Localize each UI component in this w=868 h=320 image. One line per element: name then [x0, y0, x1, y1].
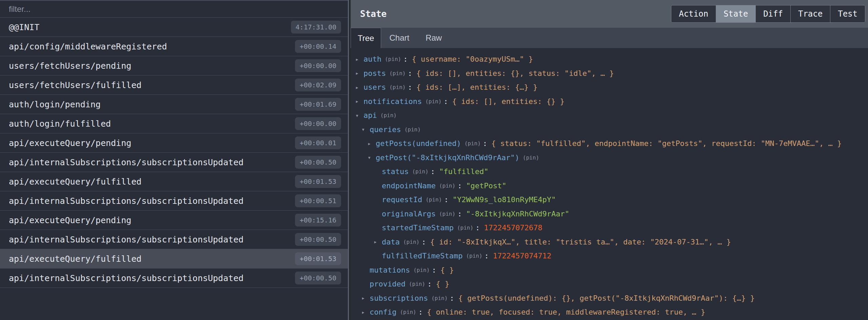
filter-input[interactable] — [9, 4, 331, 14]
tree-row-notifications[interactable]: ▸notifications(pin):{ ids: [], entities:… — [355, 94, 868, 109]
tree-row-api[interactable]: ▾api(pin) — [355, 108, 868, 123]
pin-link[interactable]: (pin) — [457, 225, 473, 231]
pin-link[interactable]: (pin) — [380, 112, 397, 119]
action-row-13-api-internalsubscriptions-subscriptionsu[interactable]: api/internalSubscriptions/subscriptionsU… — [0, 269, 348, 288]
chevron-down-icon[interactable]: ▾ — [361, 126, 370, 133]
subtab-raw[interactable]: Raw — [417, 28, 450, 48]
tree-row-users[interactable]: ▸users(pin):{ ids: […], entities: {…} } — [355, 80, 868, 94]
action-row-12-api-executequery-fulfilled[interactable]: api/executeQuery/fulfilled+00:01.53 — [0, 249, 348, 269]
pin-link[interactable]: (pin) — [466, 253, 482, 259]
tree-key[interactable]: config — [370, 308, 396, 316]
tree-row-provided: provided(pin):{ } — [355, 277, 868, 291]
action-row-1-api-config-middlewareregistered[interactable]: api/config/middlewareRegistered+00:00.14 — [0, 37, 348, 56]
pin-link[interactable]: (pin) — [439, 183, 455, 189]
action-row-11-api-internalsubscriptions-subscriptionsu[interactable]: api/internalSubscriptions/subscriptionsU… — [0, 230, 348, 249]
key-value-separator: : — [444, 195, 448, 204]
pin-link[interactable]: (pin) — [400, 309, 416, 315]
pin-link[interactable]: (pin) — [412, 168, 428, 175]
pin-link[interactable]: (pin) — [439, 211, 455, 217]
tab-trace[interactable]: Trace — [790, 5, 830, 22]
tree-key: endpointName — [382, 182, 436, 190]
subtab-tree[interactable]: Tree — [351, 28, 381, 48]
tree-key[interactable]: notifications — [363, 97, 422, 106]
pin-link[interactable]: (pin) — [426, 196, 442, 203]
action-row-9-api-internalsubscriptions-subscriptionsu[interactable]: api/internalSubscriptions/subscriptionsU… — [0, 191, 348, 211]
action-timestamp-badge: +00:00.50 — [295, 233, 341, 246]
tree-value-preview: { id: "-8xItkjkqX…", title: "tristis ta…… — [430, 238, 731, 246]
chevron-right-icon[interactable]: ▸ — [355, 56, 363, 63]
chevron-right-icon[interactable]: ▸ — [361, 309, 370, 316]
tree-row-getposts-undefined[interactable]: ▸getPosts(undefined)(pin):{ status: "ful… — [355, 136, 868, 151]
pin-link[interactable]: (pin) — [409, 281, 425, 287]
chevron-right-icon[interactable]: ▸ — [368, 140, 376, 147]
pin-link[interactable]: (pin) — [405, 126, 421, 133]
action-label: users/fetchUsers/pending — [9, 61, 131, 71]
tree-value-preview: { ids: [], entities: {}, status: "idle",… — [416, 69, 614, 78]
panel-resizer[interactable] — [348, 0, 351, 320]
action-row-5-auth-login-fulfilled[interactable]: auth/login/fulfilled+00:00.00 — [0, 114, 348, 133]
action-row-4-auth-login-pending[interactable]: auth/login/pending+00:01.69 — [0, 95, 348, 114]
action-row-7-api-internalsubscriptions-subscriptionsu[interactable]: api/internalSubscriptions/subscriptionsU… — [0, 153, 348, 172]
tree-row-data[interactable]: ▸data(pin):{ id: "-8xItkjkqX…", title: "… — [355, 235, 868, 249]
action-timestamp-badge: +00:00.50 — [295, 272, 341, 284]
pin-link[interactable]: (pin) — [403, 239, 419, 245]
action-timestamp-badge: +00:00.00 — [295, 117, 341, 130]
key-value-separator: : — [418, 308, 423, 316]
tree-key[interactable]: queries — [370, 125, 401, 134]
key-value-separator: : — [408, 69, 412, 78]
tree-value-string: "getPost" — [466, 182, 506, 190]
tree-key[interactable]: getPost("-8xItkjkqXnRhCWd9rAar") — [376, 153, 519, 162]
chevron-right-icon[interactable]: ▸ — [355, 70, 363, 77]
action-row-3-users-fetchusers-fulfilled[interactable]: users/fetchUsers/fulfilled+00:02.09 — [0, 76, 348, 95]
tree-value-preview: { } — [436, 280, 449, 288]
pin-link[interactable]: (pin) — [425, 98, 441, 105]
tree-row-queries[interactable]: ▾queries(pin) — [355, 123, 868, 137]
pin-link[interactable]: (pin) — [413, 267, 430, 273]
pin-link[interactable]: (pin) — [431, 295, 448, 301]
tree-key[interactable]: posts — [363, 69, 386, 78]
tree-key: mutations — [370, 266, 410, 274]
tree-key[interactable]: subscriptions — [370, 294, 428, 302]
tree-row-auth[interactable]: ▸auth(pin):{ username: "0oazymyUSm…" } — [355, 52, 868, 66]
chevron-right-icon[interactable]: ▸ — [355, 98, 363, 105]
tree-key[interactable]: data — [382, 238, 400, 246]
tab-test[interactable]: Test — [830, 5, 865, 22]
action-timestamp-badge: +00:15.16 — [295, 214, 341, 227]
tree-key: startedTimeStamp — [382, 223, 454, 232]
tab-diff[interactable]: Diff — [755, 5, 790, 22]
tree-key[interactable]: api — [363, 111, 377, 120]
tree-row-posts[interactable]: ▸posts(pin):{ ids: [], entities: {}, sta… — [355, 66, 868, 81]
tree-key[interactable]: auth — [363, 55, 381, 63]
chevron-down-icon[interactable]: ▾ — [355, 112, 363, 119]
action-row-8-api-executequery-fulfilled[interactable]: api/executeQuery/fulfilled+00:01.53 — [0, 172, 348, 191]
action-label: api/config/middlewareRegistered — [9, 42, 167, 51]
tree-row-getpost-8xitkjkqxnrhcwd9raar[interactable]: ▾getPost("-8xItkjkqXnRhCWd9rAar")(pin) — [355, 151, 868, 165]
pin-link[interactable]: (pin) — [385, 56, 401, 62]
action-label: api/internalSubscriptions/subscriptionsU… — [9, 235, 243, 244]
tree-key: provided — [370, 280, 406, 288]
tree-row-subscriptions[interactable]: ▸subscriptions(pin):{ getPosts(undefined… — [355, 291, 868, 305]
pin-link[interactable]: (pin) — [389, 70, 406, 77]
tree-key[interactable]: getPosts(undefined) — [376, 139, 461, 148]
pin-link[interactable]: (pin) — [389, 84, 406, 90]
chevron-right-icon[interactable]: ▸ — [374, 238, 382, 245]
action-label: api/executeQuery/pending — [9, 215, 131, 225]
action-row-10-api-executequery-pending[interactable]: api/executeQuery/pending+00:15.16 — [0, 211, 348, 230]
action-row-6-api-executequery-pending[interactable]: api/executeQuery/pending+00:00.01 — [0, 133, 348, 153]
tree-key[interactable]: users — [363, 83, 386, 91]
chevron-down-icon[interactable]: ▾ — [368, 154, 376, 161]
action-row-0-init[interactable]: @@INIT4:17:31.00 — [0, 18, 348, 37]
pin-link[interactable]: (pin) — [465, 140, 481, 147]
subtab-chart[interactable]: Chart — [381, 28, 417, 48]
key-value-separator: : — [475, 223, 480, 232]
action-row-2-users-fetchusers-pending[interactable]: users/fetchUsers/pending+00:00.00 — [0, 56, 348, 76]
key-value-separator: : — [408, 83, 412, 91]
tree-key: fulfilledTimeStamp — [382, 252, 462, 260]
action-timestamp-badge: +00:00.51 — [295, 194, 341, 207]
tab-state[interactable]: State — [716, 5, 755, 22]
pin-link[interactable]: (pin) — [523, 154, 539, 161]
chevron-right-icon[interactable]: ▸ — [355, 84, 363, 91]
chevron-right-icon[interactable]: ▸ — [361, 295, 370, 301]
tree-row-config[interactable]: ▸config(pin):{ online: true, focused: tr… — [355, 305, 868, 319]
tab-action[interactable]: Action — [671, 5, 716, 22]
